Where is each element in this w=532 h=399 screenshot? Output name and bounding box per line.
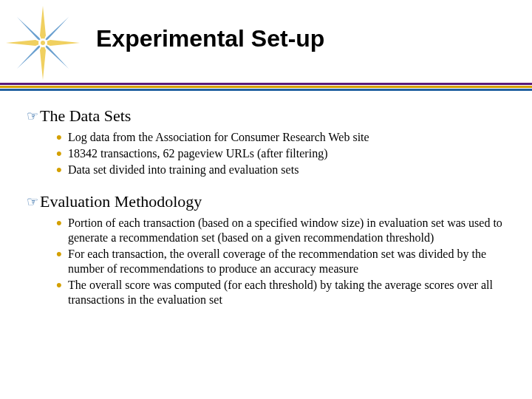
svg-marker-4 [17, 17, 43, 43]
list-item: • Portion of each transaction (based on … [56, 216, 514, 245]
section-title: Evaluation Methodology [40, 192, 202, 211]
bullet-dot-icon: • [56, 163, 68, 177]
bullet-dot-icon: • [56, 130, 68, 145]
stripe-blue [0, 89, 532, 91]
stripe-gold [0, 86, 532, 88]
pointer-icon: ☞ [27, 192, 40, 211]
svg-marker-1 [40, 43, 46, 80]
starburst-logo-icon [6, 6, 80, 80]
pointer-icon: ☞ [27, 106, 40, 126]
section-items: • Portion of each transaction (based on … [56, 216, 514, 307]
slide: Experimental Set-up ☞ The Data Sets • Lo… [0, 0, 532, 399]
section-head: ☞ The Data Sets [27, 106, 514, 126]
item-text: For each transaction, the overall covera… [68, 247, 514, 276]
divider-stripes [0, 83, 532, 91]
bullet-dot-icon: • [56, 247, 68, 262]
list-item: • The overall score was computed (for ea… [56, 278, 514, 307]
svg-point-9 [41, 41, 45, 45]
section-data-sets: ☞ The Data Sets • Log data from the Asso… [27, 106, 514, 177]
section-items: • Log data from the Association for Cons… [56, 130, 514, 177]
svg-marker-0 [40, 6, 46, 43]
slide-title: Experimental Set-up [96, 25, 324, 52]
item-text: Portion of each transaction (based on a … [68, 216, 514, 245]
section-title: The Data Sets [40, 106, 131, 126]
item-text: 18342 transactions, 62 pageview URLs (af… [68, 146, 327, 161]
svg-marker-6 [43, 17, 69, 43]
item-text: Data set divided into training and evalu… [68, 163, 299, 177]
bullet-dot-icon: • [56, 278, 68, 293]
list-item: • Data set divided into training and eva… [56, 163, 514, 177]
list-item: • Log data from the Association for Cons… [56, 130, 514, 145]
svg-marker-3 [43, 40, 80, 46]
list-item: • 18342 transactions, 62 pageview URLs (… [56, 146, 514, 161]
stripe-purple [0, 83, 532, 85]
svg-marker-2 [6, 40, 43, 46]
slide-body: ☞ The Data Sets • Log data from the Asso… [27, 106, 514, 322]
item-text: The overall score was computed (for each… [68, 278, 514, 307]
section-head: ☞ Evaluation Methodology [27, 192, 514, 211]
bullet-dot-icon: • [56, 146, 68, 161]
svg-marker-5 [43, 43, 69, 69]
list-item: • For each transaction, the overall cove… [56, 247, 514, 276]
bullet-dot-icon: • [56, 216, 68, 231]
svg-marker-7 [17, 43, 43, 69]
item-text: Log data from the Association for Consum… [68, 130, 369, 145]
section-evaluation: ☞ Evaluation Methodology • Portion of ea… [27, 192, 514, 307]
